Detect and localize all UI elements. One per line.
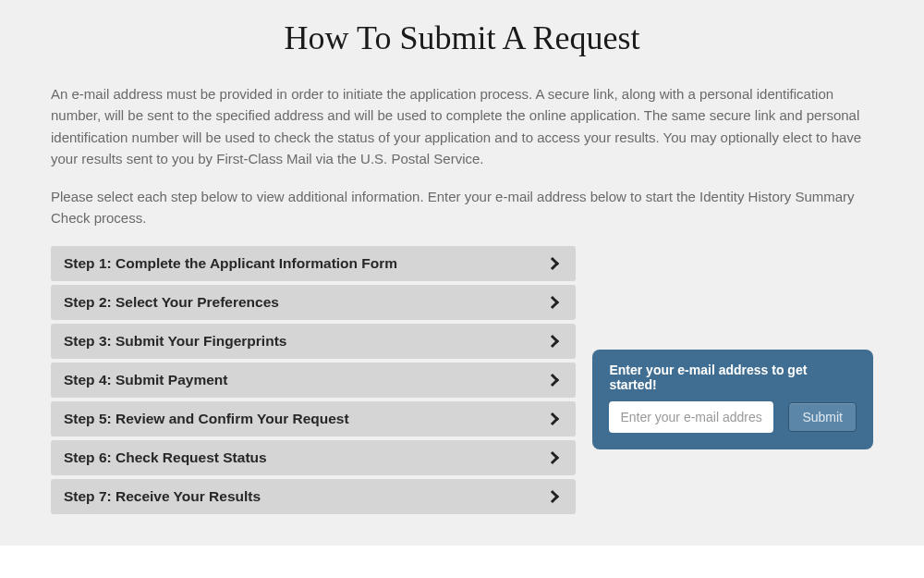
step-4[interactable]: Step 4: Submit Payment [51, 363, 576, 398]
chevron-right-icon [546, 412, 559, 424]
step-label: Step 1: Complete the Applicant Informati… [64, 255, 397, 272]
step-7[interactable]: Step 7: Receive Your Results [51, 479, 576, 514]
steps-accordion: Step 1: Complete the Applicant Informati… [51, 246, 576, 518]
step-label: Step 6: Check Request Status [64, 449, 267, 466]
step-3[interactable]: Step 3: Submit Your Fingerprints [51, 324, 576, 359]
step-label: Step 4: Submit Payment [64, 372, 227, 388]
submit-button[interactable]: Submit [788, 402, 857, 432]
step-5[interactable]: Step 5: Review and Confirm Your Request [51, 401, 576, 437]
step-label: Step 2: Select Your Preferences [64, 294, 279, 311]
chevron-right-icon [546, 450, 559, 463]
chevron-right-icon [546, 373, 559, 386]
email-input[interactable] [609, 401, 773, 433]
email-signup-card: Enter your e-mail address to get started… [592, 350, 873, 449]
page-title: How To Submit A Request [51, 18, 873, 57]
chevron-right-icon [546, 295, 559, 308]
step-label: Step 5: Review and Confirm Your Request [64, 411, 349, 427]
chevron-right-icon [546, 334, 559, 347]
chevron-right-icon [546, 256, 559, 269]
step-label: Step 3: Submit Your Fingerprints [64, 333, 286, 350]
chevron-right-icon [546, 489, 559, 502]
step-2[interactable]: Step 2: Select Your Preferences [51, 285, 576, 320]
step-6[interactable]: Step 6: Check Request Status [51, 440, 576, 475]
step-label: Step 7: Receive Your Results [64, 488, 261, 505]
intro-paragraph-2: Please select each step below to view ad… [51, 186, 873, 229]
email-prompt: Enter your e-mail address to get started… [609, 363, 857, 392]
step-1[interactable]: Step 1: Complete the Applicant Informati… [51, 246, 576, 281]
intro-paragraph-1: An e-mail address must be provided in or… [51, 83, 873, 169]
